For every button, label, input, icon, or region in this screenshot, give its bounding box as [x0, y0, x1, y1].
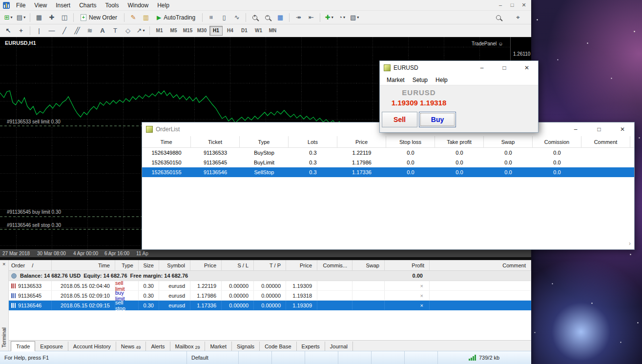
- periods-button[interactable]: ◔▾: [336, 12, 348, 23]
- delete-order-icon[interactable]: ×: [420, 303, 423, 308]
- scroll-right-icon[interactable]: ›: [629, 240, 631, 247]
- orderlist-row-selected[interactable]: 1526350155 91136546 SellStop 0.3 1.17336…: [142, 167, 634, 177]
- menu-charts[interactable]: Charts: [75, 2, 101, 9]
- quote-menu-help[interactable]: Help: [432, 77, 452, 83]
- restore-icon[interactable]: □: [509, 2, 516, 8]
- line-chart-button[interactable]: ∿: [231, 12, 243, 23]
- tab-exposure[interactable]: Exposure: [35, 342, 68, 351]
- new-order-button[interactable]: + New Order: [77, 12, 121, 23]
- tab-signals[interactable]: Signals: [232, 342, 260, 351]
- menu-window[interactable]: Window: [124, 2, 153, 9]
- close-icon[interactable]: ✕: [516, 61, 538, 74]
- column-header-time[interactable]: Time: [52, 260, 115, 270]
- tab-trade[interactable]: Trade: [11, 341, 35, 351]
- timeframe-m15[interactable]: M15: [181, 26, 194, 36]
- maximize-icon[interactable]: □: [587, 123, 611, 136]
- quote-menu-market[interactable]: Market: [383, 77, 409, 83]
- menu-file[interactable]: File: [12, 2, 30, 9]
- indicators-button[interactable]: ✚▾: [323, 12, 335, 23]
- candlestick-button[interactable]: ▯: [218, 12, 230, 23]
- label-tool-button[interactable]: T: [109, 25, 121, 36]
- close-icon[interactable]: ✕: [520, 2, 527, 8]
- column-header-order[interactable]: Order/: [9, 260, 52, 270]
- menu-view[interactable]: View: [30, 2, 51, 9]
- templates-button[interactable]: ▧▾: [349, 12, 360, 23]
- order-row[interactable]: 91136533 2018.05.15 02:04:40 sell limit …: [9, 281, 531, 291]
- autotrading-button[interactable]: ▶ AutoTrading: [153, 12, 199, 23]
- crosshair-tool-button[interactable]: +: [15, 25, 27, 36]
- tradepanel-label[interactable]: TradePanel ☺: [472, 41, 503, 46]
- menu-tools[interactable]: Tools: [101, 2, 124, 9]
- column-header-swap[interactable]: Swap: [352, 260, 385, 270]
- tab-code-base[interactable]: Code Base: [260, 342, 296, 351]
- tab-experts[interactable]: Experts: [297, 342, 325, 351]
- orderlist-row[interactable]: 1526349880 91136533 BuyStop 0.3 1.22119 …: [142, 148, 634, 158]
- orderlist-column-type[interactable]: Type: [240, 136, 289, 147]
- column-header-size[interactable]: Size: [139, 260, 159, 270]
- terminal-close-icon[interactable]: ×: [2, 261, 5, 267]
- order-row-selected[interactable]: 91136546 2018.05.15 02:09:15 sell stop 0…: [9, 301, 531, 310]
- new-chart-button[interactable]: ⊞▾: [2, 12, 14, 23]
- vertical-line-button[interactable]: |: [33, 25, 45, 36]
- column-header-type[interactable]: Type: [115, 260, 139, 270]
- chart-shift-button[interactable]: ⇤: [305, 12, 317, 23]
- tab-market[interactable]: Market: [205, 342, 232, 351]
- cursor-tool-button[interactable]: ↖: [2, 25, 14, 36]
- zoom-out-button[interactable]: −: [262, 12, 273, 23]
- order-row[interactable]: 91136545 2018.05.15 02:09:10 buy limit 0…: [9, 291, 531, 301]
- orderlist-column-lots[interactable]: Lots: [289, 136, 337, 147]
- crosshair-pointer-button[interactable]: ⌖: [512, 12, 524, 23]
- timeframe-w1[interactable]: W1: [252, 26, 265, 36]
- orderlist-column-stoploss[interactable]: Stop loss: [386, 136, 435, 147]
- tab-journal[interactable]: Journal: [325, 342, 353, 351]
- menu-insert[interactable]: Insert: [51, 2, 75, 9]
- timeframe-d1[interactable]: D1: [238, 26, 251, 36]
- orderlist-column-comment[interactable]: Comment: [581, 136, 630, 147]
- search-button[interactable]: [493, 12, 504, 23]
- tab-mailbox[interactable]: Mailbox29: [170, 342, 206, 351]
- status-connection[interactable]: 739/2 kb: [438, 351, 531, 364]
- buy-button[interactable]: Buy: [419, 112, 456, 127]
- timeframe-m1[interactable]: M1: [153, 26, 166, 36]
- maximize-icon[interactable]: □: [493, 61, 516, 74]
- minimize-icon[interactable]: –: [471, 61, 493, 74]
- tab-news[interactable]: News49: [116, 342, 146, 351]
- minimize-icon[interactable]: –: [564, 123, 587, 136]
- column-header-commission[interactable]: Commis...: [317, 260, 352, 270]
- minimize-icon[interactable]: –: [497, 2, 504, 8]
- data-window-button[interactable]: ✚: [46, 12, 58, 23]
- timeframe-m30[interactable]: M30: [195, 26, 208, 36]
- timeframe-m5[interactable]: M5: [167, 26, 180, 36]
- sell-button[interactable]: Sell: [382, 112, 417, 127]
- fibonacci-button[interactable]: ≋: [84, 25, 96, 36]
- column-header-sl[interactable]: S / L: [222, 260, 254, 270]
- orderlist-column-swap[interactable]: Swap: [484, 136, 533, 147]
- orderlist-row[interactable]: 1526350150 91136545 BuyLimit 0.3 1.17986…: [142, 158, 634, 167]
- time-axis[interactable]: 27 Mar 2018 30 Mar 08:00 4 Apr 00:00 6 A…: [0, 249, 510, 257]
- navigator-button[interactable]: ◫: [59, 12, 70, 23]
- timeframe-mn[interactable]: MN: [266, 26, 279, 36]
- quote-menu-setup[interactable]: Setup: [409, 77, 432, 83]
- column-header-price2[interactable]: Price: [286, 260, 317, 270]
- column-header-tp[interactable]: T / P: [254, 260, 286, 270]
- menu-help[interactable]: Help: [153, 2, 174, 9]
- channel-button[interactable]: ╱╱: [71, 25, 83, 36]
- orderlist-column-price[interactable]: Price: [337, 136, 386, 147]
- close-icon[interactable]: ✕: [611, 123, 634, 136]
- column-header-symbol[interactable]: Symbol: [159, 260, 190, 270]
- horizontal-line-button[interactable]: —: [46, 25, 58, 36]
- orderlist-column-comission[interactable]: Comission: [533, 136, 581, 147]
- bar-chart-button[interactable]: ≡: [206, 12, 217, 23]
- profiles-button[interactable]: ▤▾: [15, 12, 27, 23]
- tab-account-history[interactable]: Account History: [68, 342, 116, 351]
- quote-titlebar[interactable]: EURUSD – □ ✕: [380, 61, 538, 75]
- auto-scroll-button[interactable]: ↠: [292, 12, 304, 23]
- trendline-button[interactable]: ╱: [59, 25, 70, 36]
- market-watch-button[interactable]: ▦: [33, 12, 45, 23]
- status-profile[interactable]: Default: [187, 351, 239, 364]
- tile-windows-button[interactable]: ▦: [274, 12, 286, 23]
- delete-order-icon[interactable]: ×: [420, 283, 423, 289]
- orderlist-column-ticket[interactable]: Ticket: [191, 136, 240, 147]
- timeframe-h4[interactable]: H4: [224, 26, 237, 36]
- column-header-price[interactable]: Price: [190, 260, 222, 270]
